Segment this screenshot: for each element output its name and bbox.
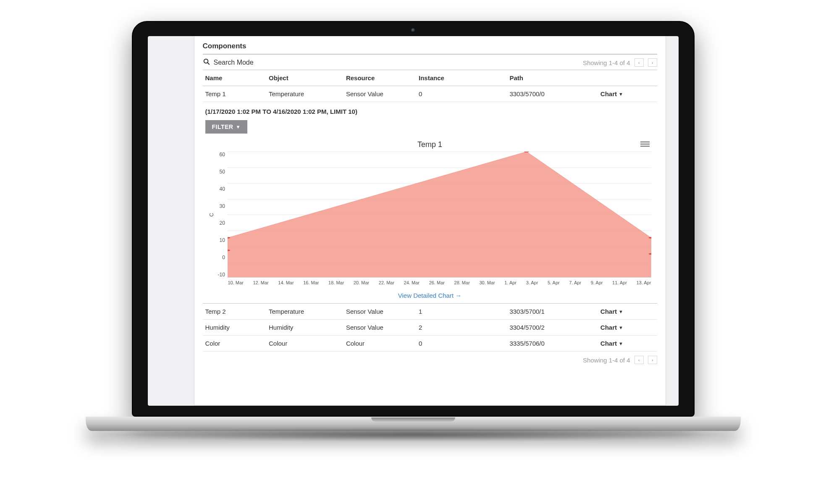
next-page-button[interactable]: ›	[648, 58, 657, 67]
cell-instance: 0	[416, 336, 507, 352]
chart-plot[interactable]	[228, 152, 651, 278]
camera-icon	[411, 28, 415, 32]
cell-object: Temperature	[266, 86, 344, 102]
svg-point-0	[204, 59, 208, 63]
table-row[interactable]: Temp 1 Temperature Sensor Value 0 3303/5…	[203, 86, 657, 102]
table-row[interactable]: Temp 2 Temperature Sensor Value 1 3303/5…	[203, 304, 657, 320]
chart-dropdown[interactable]: Chart▼	[600, 308, 623, 315]
col-action	[598, 70, 657, 86]
caret-down-icon: ▼	[619, 92, 623, 97]
search-mode-toggle[interactable]: Search Mode	[203, 58, 254, 67]
pager-top: Showing 1-4 of 4 ‹ ›	[583, 58, 657, 67]
range-label: (1/17/2020 1:02 PM TO 4/16/2020 1:02 PM,…	[205, 108, 655, 115]
next-page-button[interactable]: ›	[648, 356, 657, 364]
showing-text: Showing 1-4 of 4	[583, 59, 630, 66]
chart-menu-button[interactable]	[640, 139, 650, 149]
cell-name: Temp 1	[203, 86, 266, 102]
screen: Components Search Mode Showing 1-4 of 4 …	[148, 36, 679, 406]
cell-object: Colour	[266, 336, 344, 352]
cell-instance: 1	[416, 304, 507, 320]
screen-bezel: Components Search Mode Showing 1-4 of 4 …	[132, 21, 695, 417]
view-detailed-chart-link[interactable]: View Detailed Chart →	[203, 292, 657, 299]
col-instance: Instance	[416, 70, 507, 86]
search-icon	[203, 58, 210, 67]
caret-down-icon: ▼	[619, 341, 623, 346]
col-path: Path	[507, 70, 598, 86]
panel-title: Components	[203, 42, 657, 55]
cell-instance: 0	[416, 86, 507, 102]
cell-name: Humidity	[203, 320, 266, 336]
cell-object: Temperature	[266, 304, 344, 320]
pager-bottom: Showing 1-4 of 4 ‹ ›	[203, 352, 657, 364]
panel-toolbar: Search Mode Showing 1-4 of 4 ‹ ›	[203, 55, 657, 70]
prev-page-button[interactable]: ‹	[635, 356, 644, 364]
table-row[interactable]: Humidity Humidity Sensor Value 2 3304/57…	[203, 320, 657, 336]
chart-dropdown[interactable]: Chart▼	[600, 324, 623, 331]
y-axis-label: C	[209, 213, 215, 217]
chart-title: Temp 1	[209, 140, 651, 149]
cell-resource: Sensor Value	[344, 86, 416, 102]
cell-path: 3304/5700/2	[507, 320, 598, 336]
laptop-frame: Components Search Mode Showing 1-4 of 4 …	[132, 21, 695, 441]
caret-down-icon: ▼	[619, 309, 623, 314]
col-name: Name	[203, 70, 266, 86]
cell-path: 3303/5700/1	[507, 304, 598, 320]
y-axis-ticks: 60 50 40 30 20 10 0 -10	[218, 152, 228, 278]
prev-page-button[interactable]: ‹	[635, 58, 644, 67]
cell-name: Color	[203, 336, 266, 352]
search-mode-label: Search Mode	[214, 59, 254, 66]
caret-down-icon: ▼	[236, 124, 240, 129]
components-table: Name Object Resource Instance Path Temp …	[203, 70, 657, 352]
filter-button[interactable]: FILTER ▼	[205, 120, 247, 134]
chart-card: Temp 1 C 60 50 40 30	[203, 139, 657, 285]
cell-object: Humidity	[266, 320, 344, 336]
cell-instance: 2	[416, 320, 507, 336]
showing-text: Showing 1-4 of 4	[583, 357, 630, 364]
chart-dropdown[interactable]: Chart▼	[600, 340, 623, 347]
col-resource: Resource	[344, 70, 416, 86]
cell-path: 3303/5700/0	[507, 86, 598, 102]
cell-path: 3335/5706/0	[507, 336, 598, 352]
chart-dropdown[interactable]: Chart▼	[600, 90, 623, 97]
svg-line-1	[207, 63, 210, 65]
table-row[interactable]: Color Colour Colour 0 3335/5706/0 Chart▼	[203, 336, 657, 352]
laptop-shadow	[102, 428, 724, 441]
cell-name: Temp 2	[203, 304, 266, 320]
components-panel: Components Search Mode Showing 1-4 of 4 …	[194, 36, 666, 406]
cell-resource: Sensor Value	[344, 304, 416, 320]
col-object: Object	[266, 70, 344, 86]
x-axis-ticks: 10. Mar12. Mar 14. Mar16. Mar 18. Mar20.…	[228, 278, 651, 285]
caret-down-icon: ▼	[619, 325, 623, 330]
expanded-row: (1/17/2020 1:02 PM TO 4/16/2020 1:02 PM,…	[203, 102, 657, 304]
cell-resource: Colour	[344, 336, 416, 352]
cell-resource: Sensor Value	[344, 320, 416, 336]
